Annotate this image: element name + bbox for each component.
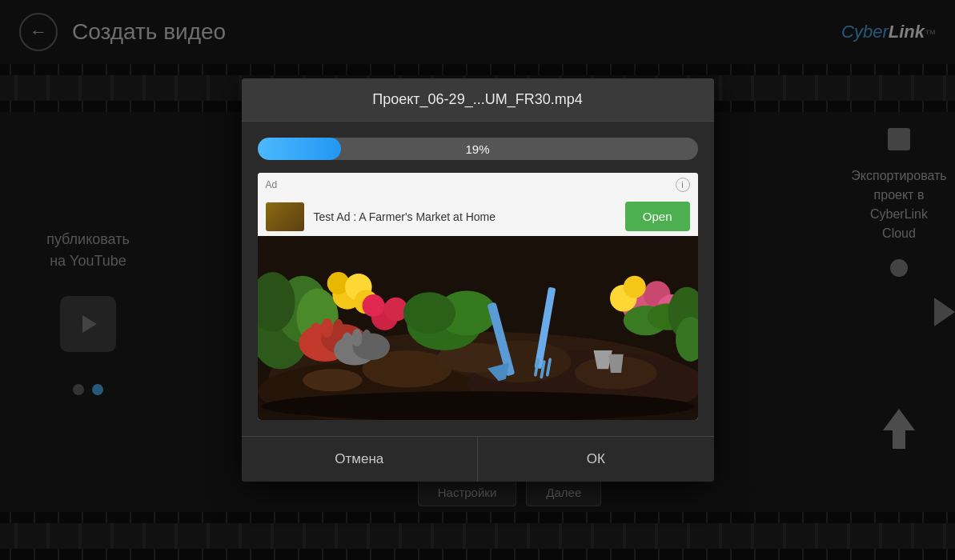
ok-button[interactable]: ОК [478, 437, 714, 482]
svg-point-51 [623, 276, 645, 298]
svg-point-41 [351, 329, 362, 346]
ad-info-button[interactable]: i [676, 178, 690, 192]
svg-marker-32 [608, 354, 624, 373]
dialog-body: 19% Ad i Test Ad : A Farmer's Market at … [242, 122, 714, 436]
progress-bar-fill [258, 138, 342, 160]
svg-point-42 [362, 330, 371, 346]
dialog-buttons: Отмена ОК [242, 436, 714, 482]
ad-title-text: Test Ad : A Farmer's Market at Home [314, 210, 616, 223]
ad-thumbnail [266, 202, 304, 231]
cancel-button[interactable]: Отмена [242, 437, 479, 482]
svg-point-40 [342, 333, 352, 350]
garden-svg [258, 236, 698, 420]
ad-header: Ad i [258, 173, 698, 197]
svg-point-9 [302, 369, 362, 391]
ad-container: Ad i Test Ad : A Farmer's Market at Home… [258, 173, 698, 420]
svg-point-20 [362, 294, 384, 317]
svg-point-36 [321, 318, 333, 338]
svg-point-37 [333, 319, 343, 337]
svg-point-24 [403, 292, 455, 334]
dialog-overlay: Проект_06-29_...UM_FR30.mp4 19% Ad i [0, 0, 955, 560]
garden-image [258, 236, 698, 420]
ad-open-button[interactable]: Open [625, 202, 690, 231]
dialog-title: Проект_06-29_...UM_FR30.mp4 [242, 78, 714, 122]
progress-bar-background: 19% [258, 138, 698, 160]
svg-point-35 [310, 322, 322, 340]
progress-text: 19% [465, 142, 489, 156]
svg-point-52 [261, 391, 694, 420]
progress-container: 19% [258, 138, 698, 160]
ad-label: Ad [266, 179, 278, 190]
export-dialog: Проект_06-29_...UM_FR30.mp4 19% Ad i [242, 78, 714, 482]
ad-content: Test Ad : A Farmer's Market at Home Open [258, 197, 698, 236]
